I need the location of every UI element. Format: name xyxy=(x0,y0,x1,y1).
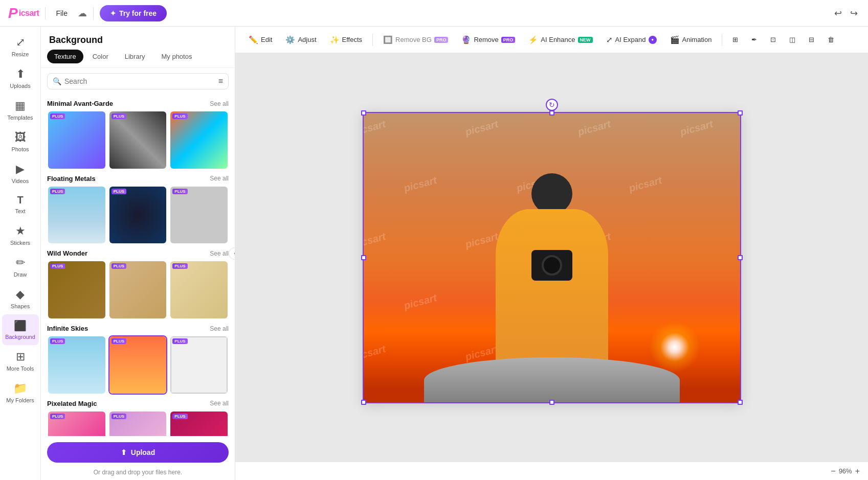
thumb-is3[interactable]: PLUS xyxy=(169,335,229,395)
tab-texture[interactable]: Texture xyxy=(47,50,83,63)
panel-tabs: Texture Color Library My photos xyxy=(41,50,235,68)
delete-tool-button[interactable]: 🗑 xyxy=(822,33,839,47)
plus-badge: PLUS xyxy=(172,338,187,344)
zoom-level: 96% xyxy=(839,467,852,475)
filter-icon[interactable]: ≡ xyxy=(218,77,223,86)
zoom-in-button[interactable]: + xyxy=(855,467,860,476)
animation-tool-button[interactable]: 🎬 Animation xyxy=(665,32,717,48)
draw-icon: ✏ xyxy=(16,256,25,269)
sidebar-item-photos[interactable]: 🖼 Photos xyxy=(2,126,39,157)
thumb-ww2[interactable]: PLUS xyxy=(108,260,168,319)
sidebar-item-resize[interactable]: ⤢ Resize xyxy=(2,31,39,62)
ai-expand-icon: ⤢ xyxy=(606,35,613,44)
edit-icon: ✏️ xyxy=(249,35,258,44)
remove-bg-icon: 🔲 xyxy=(383,35,393,44)
align-tool-button[interactable]: ⊞ xyxy=(727,33,743,47)
ai-enhance-tool-button[interactable]: ⚡ AI Enhance NEW xyxy=(523,32,597,48)
thumb-grid-floating: PLUS PLUS PLUS xyxy=(47,186,229,245)
sidebar-item-draw[interactable]: ✏ Draw xyxy=(2,251,39,283)
upload-button[interactable]: ⬆ Upload xyxy=(47,442,229,463)
thumb-mag2[interactable]: PLUS xyxy=(108,110,168,170)
effects-tool-button[interactable]: ✨ Effects xyxy=(325,32,368,48)
tab-color[interactable]: Color xyxy=(85,50,116,63)
thumb-pm2[interactable]: PLUS xyxy=(108,410,168,436)
rotate-handle[interactable]: ↻ xyxy=(546,99,558,111)
logo-icon: P xyxy=(8,5,18,21)
canvas-frame: picsart picsart picsart picsart picsart … xyxy=(363,112,741,403)
sidebar-item-uploads[interactable]: ⬆ Uploads xyxy=(2,62,39,94)
adjust-label: Adjust xyxy=(298,36,316,43)
logo-text: icsart xyxy=(19,9,39,18)
sidebar-item-label-uploads: Uploads xyxy=(10,83,30,89)
photos-icon: 🖼 xyxy=(15,131,26,144)
search-icon: 🔍 xyxy=(53,77,61,85)
file-button[interactable]: File xyxy=(52,7,72,19)
toolbar-divider xyxy=(372,34,373,46)
thumb-fm2[interactable]: PLUS xyxy=(108,186,168,245)
edit-label: Edit xyxy=(261,36,272,43)
redo-button[interactable]: ↪ xyxy=(848,6,860,21)
zoom-out-button[interactable]: − xyxy=(831,467,835,476)
edit-tool-button[interactable]: ✏️ Edit xyxy=(243,32,277,48)
tab-my-photos[interactable]: My photos xyxy=(154,50,199,63)
camera-lens xyxy=(542,255,562,276)
watermark-4: picsart xyxy=(679,118,714,138)
thumb-mag3[interactable]: PLUS xyxy=(169,110,229,170)
text-icon: T xyxy=(17,194,23,206)
ai-expand-tool-button[interactable]: ⤢ AI Expand ● xyxy=(601,32,662,48)
section-title-floating: Floating Metals xyxy=(47,175,96,182)
thumb-fm1[interactable]: PLUS xyxy=(47,186,106,245)
thumb-ww1[interactable]: PLUS xyxy=(47,260,106,319)
thumb-pm1[interactable]: PLUS xyxy=(47,410,106,436)
sidebar-item-background[interactable]: ⬛ Background xyxy=(2,314,39,345)
thumb-mag1[interactable]: PLUS xyxy=(47,110,106,170)
remove-bg-label: Remove BG xyxy=(395,36,432,43)
crop-tool-button[interactable]: ⊡ xyxy=(765,33,781,47)
section-title-infinite: Infinite Skies xyxy=(47,325,88,332)
my-folders-icon: 📁 xyxy=(13,382,27,395)
see-all-floating[interactable]: See all xyxy=(210,175,229,182)
undo-button[interactable]: ↩ xyxy=(832,6,844,21)
canvas-container[interactable]: picsart picsart picsart picsart picsart … xyxy=(235,53,868,462)
canvas-area: ✏️ Edit ⚙️ Adjust ✨ Effects 🔲 Remove BG … xyxy=(235,27,868,480)
sidebar-item-label-videos: Videos xyxy=(12,178,29,184)
see-all-minimal[interactable]: See all xyxy=(210,100,229,107)
person-body xyxy=(496,209,608,362)
sidebar-item-text[interactable]: T Text xyxy=(2,189,39,219)
search-input[interactable] xyxy=(64,77,215,85)
sidebar-item-more-tools[interactable]: ⊞ More Tools xyxy=(2,345,39,377)
see-all-pixelated[interactable]: See all xyxy=(210,400,229,407)
sun-glow xyxy=(649,322,700,373)
thumb-pm3[interactable]: PLUS xyxy=(169,410,229,436)
star-icon: ✦ xyxy=(110,9,116,17)
thumb-ww3[interactable]: PLUS xyxy=(169,260,229,319)
copy-style-tool-button[interactable]: ◫ xyxy=(784,33,800,47)
sidebar-item-label-my-folders: My Folders xyxy=(6,397,34,403)
sidebar-item-shapes[interactable]: ◆ Shapes xyxy=(2,283,39,314)
tab-library[interactable]: Library xyxy=(118,50,152,63)
thumb-is1[interactable]: PLUS xyxy=(47,335,106,395)
draw-tool-button[interactable]: ✒ xyxy=(746,33,762,47)
plus-badge: PLUS xyxy=(50,113,65,119)
sidebar-item-my-folders[interactable]: 📁 My Folders xyxy=(2,377,39,408)
adjust-tool-button[interactable]: ⚙️ Adjust xyxy=(280,32,321,48)
watermark-11: picsart xyxy=(403,291,438,311)
thumb-fm3[interactable]: PLUS xyxy=(169,186,229,245)
remove-bg-tool-button[interactable]: 🔲 Remove BG PRO xyxy=(378,32,453,48)
panel-sidebar: Background Texture Color Library My phot… xyxy=(41,27,235,480)
canvas-bg: picsart picsart picsart picsart picsart … xyxy=(363,112,741,403)
watermark-7: picsart xyxy=(628,174,663,194)
thumb-is2[interactable]: PLUS xyxy=(108,335,168,395)
remove-tool-button[interactable]: 🔮 Remove PRO xyxy=(456,32,520,48)
see-all-infinite[interactable]: See all xyxy=(210,325,229,332)
sidebar-item-label-stickers: Stickers xyxy=(10,240,30,246)
try-free-button[interactable]: ✦ Try for free xyxy=(100,5,167,21)
adjust-icon: ⚙️ xyxy=(285,35,295,44)
see-all-wild[interactable]: See all xyxy=(210,250,229,257)
remove-icon: 🔮 xyxy=(461,35,471,44)
sidebar-item-videos[interactable]: ▶ Videos xyxy=(2,157,39,189)
layer-tool-button[interactable]: ⊟ xyxy=(804,33,819,47)
panel-content: Minimal Avant-Garde See all PLUS PLUS PL… xyxy=(41,95,235,436)
sidebar-item-stickers[interactable]: ★ Stickers xyxy=(2,219,39,251)
sidebar-item-templates[interactable]: ▦ Templates xyxy=(2,94,39,126)
